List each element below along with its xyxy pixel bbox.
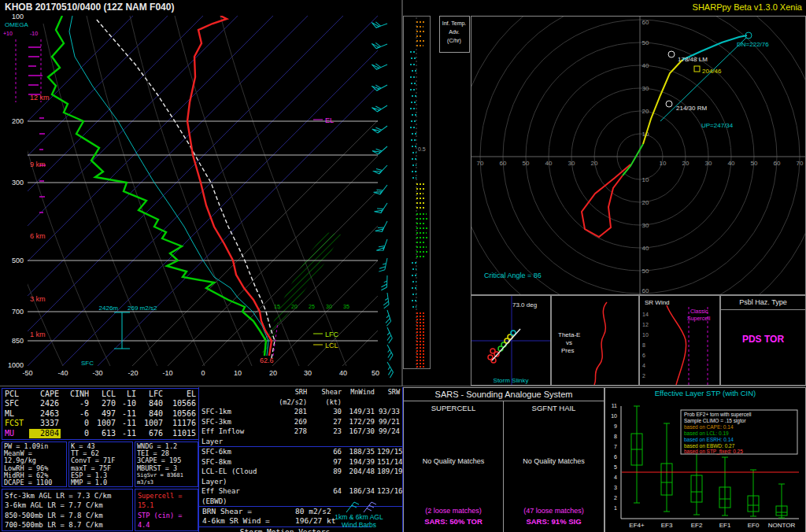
svg-text:10: 10 bbox=[611, 413, 617, 419]
svg-text:178/48 LM: 178/48 LM bbox=[678, 56, 708, 63]
cell: 188/35 bbox=[344, 447, 377, 457]
cell bbox=[265, 467, 309, 486]
svg-text:SFC: SFC bbox=[81, 360, 94, 367]
agl-wind-barbs-legend: 1km & 6km AGL Wind Barbs bbox=[317, 501, 401, 529]
svg-text:4: 4 bbox=[614, 475, 617, 480]
kin-header-shear: Shear (kt) bbox=[309, 387, 344, 407]
barbs-label-line2: Wind Barbs bbox=[317, 521, 401, 529]
svg-text:6: 6 bbox=[614, 454, 617, 460]
cell: 189/19 bbox=[377, 467, 402, 486]
svg-text:60: 60 bbox=[642, 19, 649, 26]
svg-text:5: 5 bbox=[614, 464, 617, 470]
sr-wind-panel[interactable]: SR Wind 14 12 10 8 6 4 2 Classic Superce… bbox=[639, 295, 720, 386]
cell: 1007 bbox=[138, 419, 165, 428]
svg-text:-30: -30 bbox=[92, 369, 102, 377]
hodo-trace-6-9km bbox=[643, 60, 682, 144]
dry-adiabats bbox=[0, 16, 346, 366]
hazard-title: Psbl Haz. Type bbox=[721, 296, 805, 310]
svg-text:10: 10 bbox=[234, 369, 242, 377]
stat-line: MeanW = 12.9g/kg bbox=[4, 450, 66, 464]
cell: 613 bbox=[91, 429, 117, 438]
theta-e-panel[interactable]: Theta-E vs Pres bbox=[551, 295, 639, 386]
svg-text:Inf. Temp.: Inf. Temp. bbox=[442, 20, 467, 27]
svg-text:100: 100 bbox=[12, 13, 24, 20]
theta-e-title: Theta-E vs Pres bbox=[558, 331, 580, 354]
left-mover-marker[interactable] bbox=[668, 51, 675, 57]
kin-row-label: SFC-1km bbox=[199, 407, 265, 417]
kin-header-srh: SRH (m2/s2) bbox=[265, 387, 309, 407]
sars-supercell-prob: SARS: 50% TOR bbox=[404, 517, 503, 526]
svg-text:20: 20 bbox=[269, 369, 277, 377]
slinky-trace bbox=[488, 329, 520, 363]
right-mover-marker[interactable] bbox=[666, 101, 672, 107]
cell: 97 bbox=[309, 457, 344, 467]
svg-text:DN=222/76: DN=222/76 bbox=[737, 41, 769, 48]
cell: 1007 bbox=[91, 419, 117, 428]
parcel-row-ml[interactable]: ML bbox=[2, 409, 29, 419]
pressure-axis-labels: 100 200 300 500 700 850 1000 bbox=[8, 13, 24, 369]
svg-text:LFC: LFC bbox=[325, 331, 339, 338]
svg-text:Adv.: Adv. bbox=[449, 29, 460, 35]
stp-panel[interactable]: Effective Layer STP (with CIN) 11 10 9 8… bbox=[604, 387, 806, 532]
svg-text:60: 60 bbox=[774, 160, 781, 167]
col-header-cinh: CINH bbox=[61, 390, 91, 399]
sars-panel[interactable]: SARS - Sounding Analogue System SUPERCEL… bbox=[403, 387, 604, 532]
svg-text:2: 2 bbox=[614, 495, 617, 501]
cell: 10566 bbox=[165, 409, 198, 419]
cell: 27 bbox=[309, 417, 344, 427]
hodograph-panel[interactable]: 70 60 50 40 30 20 10 20 30 40 50 60 70 6… bbox=[471, 16, 806, 295]
cell: 129/15 bbox=[377, 447, 402, 457]
svg-text:30: 30 bbox=[705, 160, 712, 167]
cell: 497 bbox=[91, 409, 117, 419]
svg-text:12: 12 bbox=[642, 322, 649, 327]
theta-e-profile bbox=[594, 302, 607, 385]
col-header-el: EL bbox=[165, 390, 198, 399]
composite-indices: Supercell = 15.1 STP (cin) = 4.4 STP (fi… bbox=[135, 489, 198, 531]
col-header-lcl: LCL bbox=[91, 390, 117, 399]
sars-hail-prob: SARS: 91% SIG bbox=[504, 517, 604, 526]
svg-text:500: 500 bbox=[12, 257, 24, 264]
cell: 194/39 bbox=[344, 457, 377, 467]
cell bbox=[265, 447, 309, 457]
svg-text:9 km: 9 km bbox=[30, 161, 46, 168]
instability-stats: K = 43 TT = 62 ConvT = 71F maxT = 75F ES… bbox=[68, 441, 133, 487]
cell: 2426 bbox=[29, 399, 61, 408]
omega-legend: OMEGA +10 -10 bbox=[3, 21, 46, 212]
svg-text:850: 850 bbox=[12, 337, 24, 345]
svg-text:40: 40 bbox=[545, 160, 553, 167]
selected-parcel-cape: 2804 bbox=[29, 429, 61, 438]
storm-slinky-panel[interactable]: 73.0 deg Storm Slinky bbox=[471, 295, 551, 386]
kin-header-srw: SRW bbox=[377, 387, 402, 407]
lapse-rate-stats: Sfc-3km AGL LR = 7.3 C/km 3-6km AGL LR =… bbox=[2, 489, 133, 531]
sars-supercell-column: SUPERCELL No Quality Matches (2 loose ma… bbox=[404, 401, 504, 532]
svg-text:Classic: Classic bbox=[690, 308, 708, 314]
temp-advection-panel[interactable]: 0.5 Inf. Temp. Adv. (C/hr) bbox=[403, 0, 471, 386]
svg-text:40: 40 bbox=[728, 160, 735, 167]
advection-bars bbox=[410, 22, 427, 367]
kin-row-label: SFC-3km bbox=[199, 417, 265, 427]
svg-text:1: 1 bbox=[614, 505, 617, 511]
cell: -11 bbox=[117, 429, 138, 438]
svg-text:based on EBWD: 0.27: based on EBWD: 0.27 bbox=[684, 443, 735, 449]
parcel-row-sfc[interactable]: SFC bbox=[2, 399, 29, 408]
cell: 0 bbox=[61, 429, 91, 438]
parcel-level-markers: EL LFC LCL 62.6 SFC bbox=[81, 116, 339, 367]
cell bbox=[265, 457, 309, 467]
lapse-line: 850-500mb LR = 7.8 C/km bbox=[5, 511, 132, 520]
svg-text:30: 30 bbox=[568, 160, 575, 167]
kinematics-panel: SRH (m2/s2) Shear (kt) MnWind SRW SFC-1k… bbox=[198, 387, 403, 532]
svg-text:20: 20 bbox=[291, 304, 298, 309]
cell: 281 bbox=[265, 407, 309, 417]
sr-wind-profile bbox=[667, 305, 686, 385]
svg-text:700: 700 bbox=[12, 308, 24, 316]
skewt-panel[interactable]: OMEGA +10 -10 100 200 300 500 700 850 10… bbox=[0, 0, 403, 386]
svg-text:(C/hr): (C/hr) bbox=[447, 38, 461, 44]
svg-text:EF4+: EF4+ bbox=[629, 522, 645, 529]
svg-text:62.6: 62.6 bbox=[260, 357, 274, 364]
parcel-row-mu[interactable]: MU bbox=[2, 429, 29, 438]
svg-text:50: 50 bbox=[523, 160, 530, 167]
cell: 149/31 bbox=[344, 407, 377, 417]
svg-text:Theta-E: Theta-E bbox=[558, 331, 580, 338]
svg-text:20: 20 bbox=[642, 199, 649, 206]
parcel-row-fcst[interactable]: FCST bbox=[2, 419, 29, 428]
